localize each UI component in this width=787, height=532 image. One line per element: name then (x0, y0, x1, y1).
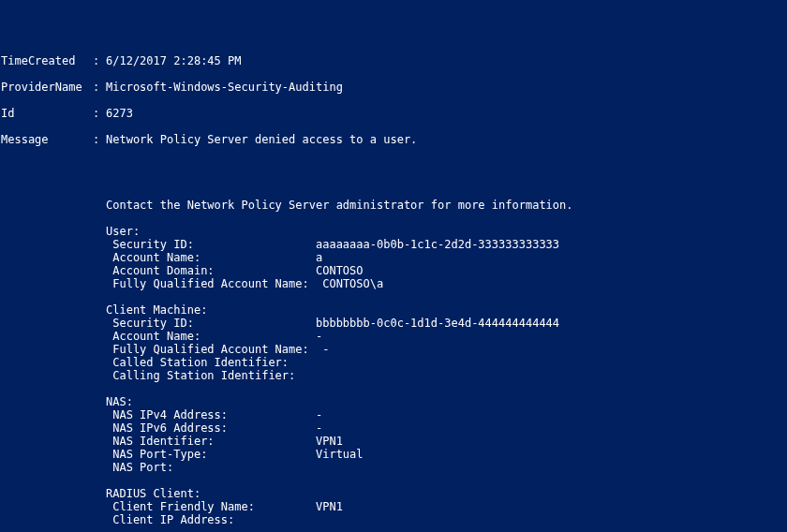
nas-ipv4-label: NAS IPv4 Address: (106, 408, 228, 421)
nas-ipv6-label: NAS IPv6 Address: (106, 421, 228, 435)
value-id: 6273 (106, 107, 133, 120)
client-secid-label: Security ID: (106, 317, 194, 330)
blank-line (0, 159, 787, 172)
radius-friendly-label: Client Friendly Name: (106, 500, 255, 513)
radius-title: RADIUS Client: (106, 487, 200, 500)
row-id: Id: 6273 (0, 107, 787, 120)
value-providername: Microsoft-Windows-Security-Auditing (106, 81, 343, 94)
nas-ipv4: - (316, 408, 322, 421)
label-message: Message (0, 133, 93, 146)
contact-line: Contact the Network Policy Server admini… (106, 199, 573, 212)
nas-port-label: NAS Port: (106, 461, 173, 474)
client-acctname-label: Account Name: (106, 330, 200, 343)
radius-friendly: VPN1 (316, 500, 343, 513)
user-acctname: a (316, 251, 322, 264)
nas-title: NAS: (106, 395, 133, 408)
client-fqan: - (322, 343, 329, 356)
label-id: Id (0, 107, 93, 120)
nas-ident: VPN1 (316, 435, 343, 448)
user-fqan: CONTOSO\a (322, 277, 383, 290)
user-domain: CONTOSO (316, 264, 364, 277)
label-timecreated: TimeCreated (0, 54, 93, 67)
nas-ident-label: NAS Identifier: (106, 435, 215, 448)
client-calling-label: Calling Station Identifier: (106, 369, 295, 382)
nas-porttype-label: NAS Port-Type: (106, 448, 207, 461)
client-secid: bbbbbbbb-0c0c-1d1d-3e4d-444444444444 (309, 317, 559, 330)
user-fqan-label: Fully Qualified Account Name: (106, 277, 309, 290)
user-title: User: (106, 225, 140, 238)
user-acctname-label: Account Name: (106, 251, 200, 264)
row-message: Message: Network Policy Server denied ac… (0, 133, 787, 146)
nas-porttype: Virtual (316, 448, 364, 461)
value-timecreated: 6/12/2017 2:28:45 PM (106, 54, 242, 67)
nas-ipv6: - (316, 421, 322, 435)
client-fqan-label: Fully Qualified Account Name: (106, 343, 309, 356)
client-title: Client Machine: (106, 303, 207, 317)
client-called-label: Called Station Identifier: (106, 356, 289, 369)
value-message-first: Network Policy Server denied access to a… (106, 133, 417, 146)
label-providername: ProviderName (0, 81, 93, 94)
row-timecreated: TimeCreated: 6/12/2017 2:28:45 PM (0, 54, 787, 67)
radius-ip-label: Client IP Address: (106, 513, 234, 526)
client-acctname: - (316, 330, 322, 343)
user-domain-label: Account Domain: (106, 264, 215, 277)
message-body: Contact the Network Policy Server admini… (0, 185, 787, 532)
row-providername: ProviderName: Microsoft-Windows-Security… (0, 81, 787, 94)
user-secid-label: Security ID: (106, 238, 194, 251)
user-secid: aaaaaaaa-0b0b-1c1c-2d2d-333333333333 (316, 238, 559, 251)
